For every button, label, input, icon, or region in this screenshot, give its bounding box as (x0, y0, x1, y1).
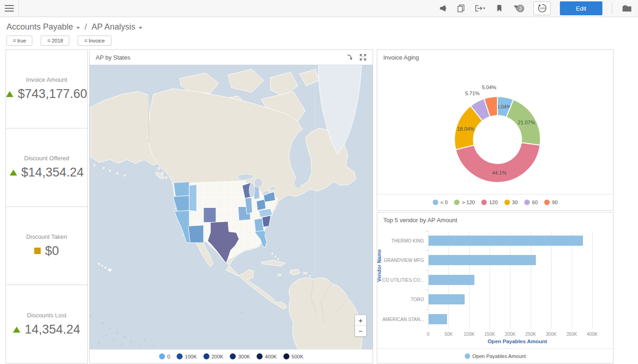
filter-chips-row: = true= 2018= Invoice (0, 33, 638, 49)
x-tick-label: 0 (427, 332, 429, 337)
legend-label: 120 (489, 200, 497, 205)
legend-item[interactable]: 100K (177, 353, 197, 359)
y-axis-tick (426, 231, 428, 231)
bar-category-label: CO UTILITIES CO... (381, 277, 424, 282)
map-zoom-control: + − (355, 315, 367, 337)
legend-item[interactable]: < 0 (433, 200, 448, 205)
zoom-out-button[interactable]: − (355, 326, 366, 336)
bar-row: THERMO KING (428, 231, 607, 250)
donut-legend: < 0> 120120306090 (377, 194, 613, 210)
bar-legend: Open Payables Amount (377, 348, 613, 363)
legend-dot-icon (433, 200, 438, 205)
kpi-column: Invoice Amount$743,177.60Discount Offere… (6, 49, 88, 364)
legend-item[interactable]: Open Payables Amount (465, 353, 526, 359)
kpi-value: 14,354.24 (25, 322, 80, 337)
bar-americanstan[interactable] (429, 314, 447, 324)
y-axis-tick (426, 270, 428, 271)
bar-row: CO UTILITIES CO... (428, 270, 607, 290)
legend-label: > 120 (462, 200, 475, 205)
legend-item[interactable]: 0 (159, 353, 170, 359)
hamburger-menu-button[interactable] (0, 0, 19, 17)
triangle-up-icon (13, 327, 20, 333)
kpi-tile[interactable]: Discount Taken$0 (6, 206, 88, 285)
legend-dot-icon (544, 200, 550, 205)
bar-grandviewmfg[interactable] (429, 255, 536, 265)
filter-chip[interactable]: = true (6, 36, 32, 46)
legend-label: 100K (185, 354, 197, 359)
bar-category-label: GRANDVIEW MFG (381, 258, 424, 263)
x-tick-label: 50K (444, 332, 453, 337)
choropleth-map[interactable]: + − (90, 65, 373, 349)
legend-dot-icon (481, 200, 487, 205)
breadcrumb-separator: / (85, 22, 87, 32)
square-icon (34, 248, 41, 254)
legend-dot-icon (465, 353, 470, 359)
bar-row: AMERICAN STAN... (428, 309, 607, 329)
kpi-value: $0 (45, 244, 59, 258)
bar-category-label: AMERICAN STAN... (381, 316, 424, 322)
kpi-value: $743,177.60 (18, 87, 87, 101)
legend-item[interactable]: 30 (504, 200, 518, 205)
legend-item[interactable]: 400K (257, 353, 277, 359)
copy-pages-icon[interactable] (457, 4, 465, 12)
legend-item[interactable]: > 120 (454, 200, 475, 205)
x-tick-label: 300K (546, 332, 557, 337)
donut-slice-label: 21.07% (518, 120, 535, 125)
breadcrumb-root[interactable]: Accounts Payable (6, 22, 80, 32)
filter-funnel-icon[interactable]: 3 (513, 4, 524, 12)
legend-item[interactable]: 500K (283, 353, 304, 359)
y-axis-tick (426, 309, 428, 310)
donut-slice-label: 5.04% (482, 85, 496, 90)
bar-coutilitiesco[interactable] (429, 275, 474, 285)
caret-down-icon (139, 27, 142, 29)
present-megaphone-icon[interactable] (439, 4, 448, 12)
triangle-up-icon (10, 170, 17, 176)
filter-chip[interactable]: = Invoice (78, 36, 111, 46)
export-icon[interactable] (474, 4, 486, 12)
edit-button[interactable]: Edit (560, 1, 602, 15)
folder-icon[interactable] (621, 4, 632, 13)
legend-dot-icon (203, 353, 209, 359)
legend-dot-icon (504, 200, 510, 205)
legend-label: 0 (167, 354, 170, 359)
legend-label: Open Payables Amount (472, 353, 526, 359)
auto-refresh-button[interactable]: 3489 (534, 1, 551, 15)
legend-item[interactable]: 300K (230, 353, 250, 359)
filter-chip[interactable]: = 2018 (41, 36, 69, 46)
donut-slice-label: 18.04% (457, 126, 475, 132)
dashboard-canvas: Invoice Amount$743,177.60Discount Offere… (6, 49, 638, 364)
kpi-tile[interactable]: Discounts Lost14,354.24 (6, 285, 88, 364)
legend-label: 30 (512, 200, 518, 205)
breadcrumb-current[interactable]: AP Analysis (92, 22, 142, 32)
kpi-label: Discount Taken (26, 233, 67, 240)
bar-toro[interactable] (429, 294, 465, 304)
x-tick-label: 250K (525, 332, 536, 337)
maximize-icon[interactable] (359, 54, 367, 61)
legend-item[interactable]: 90 (544, 200, 558, 205)
x-tick-label: 200K (505, 332, 515, 337)
curved-arrow-icon[interactable] (346, 54, 354, 61)
kpi-label: Invoice Amount (6, 76, 87, 83)
x-tick-label: 100K (464, 332, 474, 337)
donut-slice-label: 5.71% (465, 91, 479, 96)
legend-item[interactable]: 200K (203, 353, 224, 359)
bar-row: TORO (428, 290, 607, 309)
legend-dot-icon (283, 353, 289, 359)
legend-label: 200K (212, 354, 224, 359)
bar-thermoking[interactable] (429, 236, 583, 246)
donut-slice-label: 6.04% (497, 104, 511, 109)
map-card-title: AP by States (96, 54, 130, 61)
bookmark-icon[interactable] (495, 4, 503, 12)
donut-slice-120[interactable] (456, 143, 540, 182)
zoom-in-button[interactable]: + (355, 315, 366, 326)
kpi-tile[interactable]: Discount Offered$14,354.24 (6, 128, 88, 207)
x-tick-label: 350K (566, 332, 577, 337)
map-legend: 0100K200K300K400K500K (90, 349, 373, 363)
kpi-tile[interactable]: Invoice Amount$743,177.60 (6, 49, 88, 128)
invoice-aging-donut: 6.04%21.07%44.1%18.04%5.71%5.04% (377, 65, 613, 194)
legend-item[interactable]: 120 (481, 200, 497, 205)
legend-item[interactable]: 60 (524, 200, 538, 205)
legend-dot-icon (159, 353, 165, 359)
legend-label: 60 (532, 200, 538, 205)
kpi-label: Discounts Lost (13, 312, 80, 319)
